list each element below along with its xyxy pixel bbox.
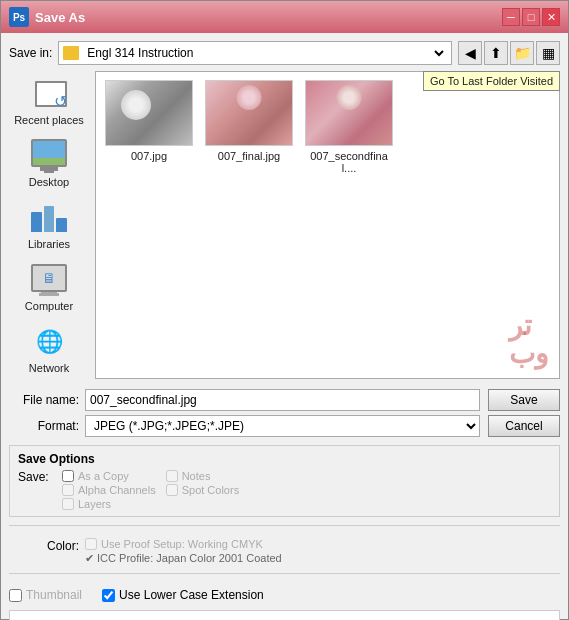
main-area: Recent places Desktop <box>9 71 560 379</box>
new-folder-button[interactable]: 📁 <box>510 41 534 65</box>
comment-input[interactable] <box>9 610 560 620</box>
network-icon-wrapper: 🌐 <box>29 324 69 360</box>
format-label: Format: <box>9 419 79 433</box>
save-in-row: Save in: Engl 314 Instruction ◀ ⬆ 📁 ▦ Go… <box>9 41 560 65</box>
file-name-2: 007_final.jpg <box>218 150 280 162</box>
notes-label: Notes <box>182 470 211 482</box>
alpha-label: Alpha Channels <box>78 484 156 496</box>
bottom-bar: Thumbnail Use Lower Case Extension <box>9 588 560 602</box>
alpha-checkbox[interactable] <box>62 484 74 496</box>
thumb-bw-image <box>106 80 192 146</box>
lowercase-checkbox[interactable] <box>102 589 115 602</box>
spot-colors-checkbox[interactable] <box>166 484 178 496</box>
sidebar: Recent places Desktop <box>9 71 89 379</box>
save-as-dialog: Ps Save As ─ □ ✕ Save in: Engl 314 Instr… <box>0 0 569 620</box>
sidebar-label-desktop: Desktop <box>29 176 69 188</box>
close-button[interactable]: ✕ <box>542 8 560 26</box>
sidebar-item-libraries[interactable]: Libraries <box>9 195 89 255</box>
watermark: تروب <box>509 312 549 368</box>
format-row: Format: JPEG (*.JPG;*.JPEG;*.JPE) <box>9 415 480 437</box>
save-in-label: Save in: <box>9 46 52 60</box>
title-left: Ps Save As <box>9 7 85 27</box>
lib-bar-2 <box>44 206 55 232</box>
divider-1 <box>9 525 560 526</box>
libraries-icon-wrapper <box>29 200 69 236</box>
filename-label: File name: <box>9 393 79 407</box>
layers-label: Layers <box>78 498 111 510</box>
dialog-body: Save in: Engl 314 Instruction ◀ ⬆ 📁 ▦ Go… <box>1 33 568 620</box>
dialog-title: Save As <box>35 10 85 25</box>
notes-row: Notes <box>166 470 260 482</box>
filename-row: File name: <box>9 389 480 411</box>
color-options: Use Proof Setup: Working CMYK ✔ ICC Prof… <box>85 538 282 565</box>
maximize-button[interactable]: □ <box>522 8 540 26</box>
sidebar-item-network[interactable]: 🌐 Network <box>9 319 89 379</box>
desktop-icon-wrapper <box>29 138 69 174</box>
color-section: Color: Use Proof Setup: Working CMYK ✔ I… <box>9 538 560 565</box>
save-button[interactable]: Save <box>488 389 560 411</box>
color-label: Color: <box>9 538 79 553</box>
lowercase-row: Use Lower Case Extension <box>102 588 264 602</box>
format-select[interactable]: JPEG (*.JPG;*.JPEG;*.JPE) <box>85 415 480 437</box>
sidebar-label-libraries: Libraries <box>28 238 70 250</box>
as-copy-row: As a Copy <box>62 470 156 482</box>
sidebar-label-computer: Computer <box>25 300 73 312</box>
tooltip: Go To Last Folder Visited <box>423 71 560 91</box>
icc-profile-label: ✔ ICC Profile: Japan Color 2001 Coated <box>85 552 282 565</box>
action-buttons: Save Cancel <box>488 389 560 437</box>
computer-icon-wrapper: 🖥 <box>29 262 69 298</box>
cancel-button[interactable]: Cancel <box>488 415 560 437</box>
bottom-section: File name: Format: JPEG (*.JPG;*.JPEG;*.… <box>9 385 560 620</box>
save-in-select[interactable]: Engl 314 Instruction <box>83 45 447 61</box>
sidebar-item-computer[interactable]: 🖥 Computer <box>9 257 89 317</box>
file-name-1: 007.jpg <box>131 150 167 162</box>
sidebar-item-recent[interactable]: Recent places <box>9 71 89 131</box>
desktop-screen-icon <box>31 139 67 167</box>
list-item[interactable]: 007_secondfinal.... <box>304 80 394 174</box>
toolbar-btns: ◀ ⬆ 📁 ▦ Go To Last Folder Visited <box>458 41 560 65</box>
layers-row: Layers <box>62 498 156 510</box>
notes-checkbox[interactable] <box>166 470 178 482</box>
recent-places-icon <box>31 79 67 109</box>
title-bar: Ps Save As ─ □ ✕ <box>1 1 568 33</box>
spot-colors-label: Spot Colors <box>182 484 239 496</box>
back-button[interactable]: ◀ <box>458 41 482 65</box>
alpha-row: Alpha Channels <box>62 484 156 496</box>
network-icon: 🌐 <box>32 328 66 356</box>
folder-icon <box>63 46 79 60</box>
file-browser: 007.jpg 007_final.jpg 007_secondfinal...… <box>95 71 560 379</box>
lib-bar-3 <box>56 218 67 232</box>
thumbnail-row: Thumbnail <box>9 588 82 602</box>
list-item[interactable]: 007_final.jpg <box>204 80 294 174</box>
file-thumbnail-2 <box>205 80 293 146</box>
as-copy-checkbox[interactable] <box>62 470 74 482</box>
file-name-3: 007_secondfinal.... <box>304 150 394 174</box>
ps-icon: Ps <box>9 7 29 27</box>
save-label: Save: <box>18 470 58 484</box>
up-button[interactable]: ⬆ <box>484 41 508 65</box>
icc-profile-row: ✔ ICC Profile: Japan Color 2001 Coated <box>85 552 282 565</box>
view-button[interactable]: ▦ <box>536 41 560 65</box>
file-thumbnail-1 <box>105 80 193 146</box>
thumbnail-checkbox[interactable] <box>9 589 22 602</box>
list-item[interactable]: 007.jpg <box>104 80 194 174</box>
title-bar-buttons: ─ □ ✕ <box>502 8 560 26</box>
sidebar-item-desktop[interactable]: Desktop <box>9 133 89 193</box>
file-thumbnail-3 <box>305 80 393 146</box>
thumb-color2-image <box>306 80 392 146</box>
filename-input[interactable] <box>85 389 480 411</box>
layers-checkbox[interactable] <box>62 498 74 510</box>
thumb-color1-image <box>206 80 292 146</box>
save-options-section: Save Options Save: As a Copy Notes <box>9 445 560 517</box>
save-options-title: Save Options <box>18 452 551 466</box>
use-proof-checkbox[interactable] <box>85 538 97 550</box>
folder-select-wrapper[interactable]: Engl 314 Instruction <box>58 41 452 65</box>
options-grid: As a Copy Notes Alpha Channels Spot <box>62 470 259 510</box>
libraries-icon <box>31 204 67 232</box>
lib-bar-1 <box>31 212 42 232</box>
spot-colors-row: Spot Colors <box>166 484 260 496</box>
divider-2 <box>9 573 560 574</box>
lowercase-label: Use Lower Case Extension <box>119 588 264 602</box>
minimize-button[interactable]: ─ <box>502 8 520 26</box>
sidebar-label-recent: Recent places <box>14 114 84 126</box>
